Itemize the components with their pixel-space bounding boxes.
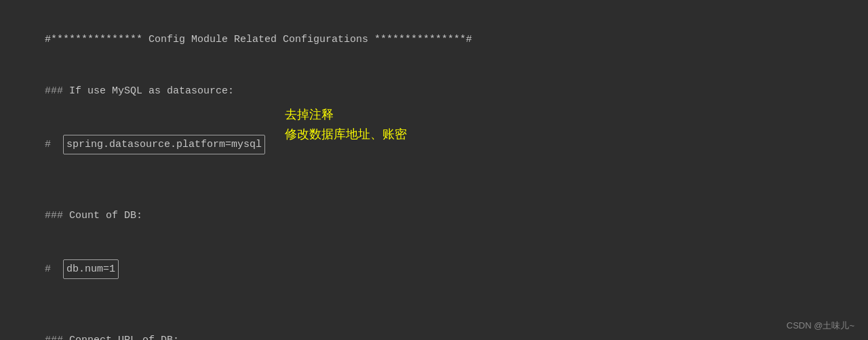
empty-line-2 [20,297,848,315]
triple-hash-1: ### [45,85,69,97]
triple-hash-3: ### [45,335,69,340]
hash-1: # [45,139,63,150]
hash-2: # [45,263,63,275]
code-line-4: ### Count of DB: [20,190,848,242]
datasource-platform-box: spring.datasource.platform=mysql [63,135,265,155]
code-line-5: # db.num=1 [20,242,848,297]
empty-line-1 [20,172,848,190]
count-db-text: Count of DB: [69,210,142,221]
annotation-line1: 去掉注释 [285,105,407,125]
connect-url-text: Connect URL of DB: [69,335,179,340]
code-line-1: #*************** Config Module Related C… [20,14,848,66]
code-container: #*************** Config Module Related C… [0,0,868,340]
db-num-box: db.num=1 [63,259,119,280]
code-line-3: # spring.datasource.platform=mysql [20,117,848,172]
annotation-line2: 修改数据库地址、账密 [285,125,407,144]
triple-hash-2: ### [45,210,69,221]
csdn-watermark: CSDN @土味儿~ [787,320,854,332]
annotation-container: 去掉注释 修改数据库地址、账密 [285,105,407,144]
code-line-6: ### Connect URL of DB: [20,315,848,340]
separator-text: #*************** Config Module Related C… [45,34,472,45]
code-line-2: ### If use MySQL as datasource: [20,66,848,118]
if-keyword: If use MySQL as datasource: [69,85,234,97]
